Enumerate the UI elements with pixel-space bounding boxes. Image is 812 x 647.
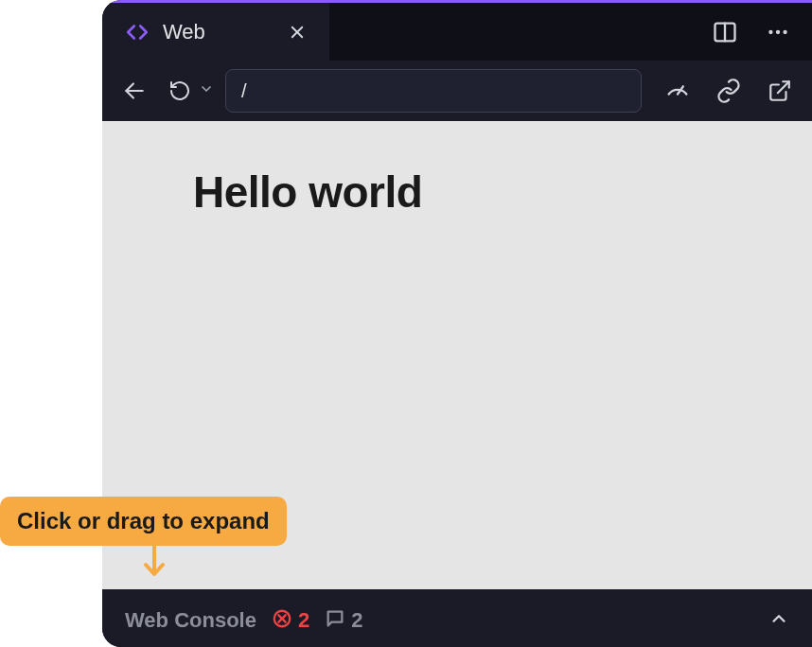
link-icon[interactable] xyxy=(712,74,746,108)
close-icon[interactable] xyxy=(284,19,310,45)
performance-icon[interactable] xyxy=(661,74,695,108)
svg-point-6 xyxy=(783,29,786,33)
page-heading: Hello world xyxy=(193,166,721,218)
toolbar-right xyxy=(653,74,797,108)
console-messages[interactable]: 2 xyxy=(325,608,362,633)
message-count: 2 xyxy=(351,608,362,633)
error-icon xyxy=(272,608,292,633)
code-icon xyxy=(125,20,150,44)
chevron-up-icon xyxy=(768,608,789,633)
console-errors[interactable]: 2 xyxy=(272,608,309,633)
reload-group xyxy=(163,74,214,108)
browser-window: Web xyxy=(102,0,812,647)
tab-title: Web xyxy=(163,20,271,44)
toolbar: / xyxy=(102,61,812,121)
message-icon xyxy=(325,608,345,633)
tooltip-text: Click or drag to expand xyxy=(17,508,270,533)
chevron-down-icon[interactable] xyxy=(199,81,214,100)
console-bar[interactable]: Web Console 2 2 xyxy=(102,594,812,647)
error-count: 2 xyxy=(298,608,309,633)
external-icon[interactable] xyxy=(763,74,797,108)
tab-web[interactable]: Web xyxy=(102,3,329,61)
tooltip-arrow-icon xyxy=(140,544,168,584)
split-panel-icon[interactable] xyxy=(708,15,742,49)
url-value: / xyxy=(241,80,247,102)
console-expand[interactable] xyxy=(768,608,789,633)
reload-button[interactable] xyxy=(163,74,197,108)
tab-area-right xyxy=(329,3,812,61)
svg-point-4 xyxy=(768,29,772,33)
back-button[interactable] xyxy=(117,74,151,108)
svg-line-9 xyxy=(778,81,789,93)
tab-bar: Web xyxy=(102,0,812,61)
svg-point-5 xyxy=(776,29,780,33)
url-bar[interactable]: / xyxy=(225,69,642,113)
tooltip: Click or drag to expand xyxy=(0,497,287,546)
more-icon[interactable] xyxy=(761,15,795,49)
accent-line xyxy=(102,0,812,3)
console-label: Web Console xyxy=(125,608,256,633)
